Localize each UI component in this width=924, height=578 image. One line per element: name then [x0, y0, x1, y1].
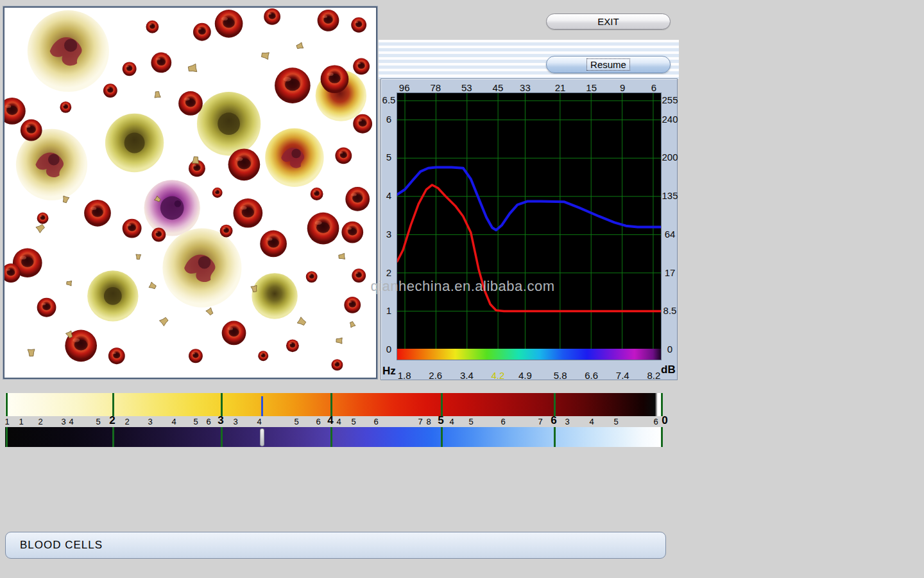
hz-label: Hz — [382, 365, 396, 378]
section-tick — [6, 427, 8, 447]
scale-number: 3 — [565, 417, 569, 427]
section-tick — [554, 427, 556, 447]
axis-tick-label: 3.4 — [460, 370, 474, 381]
axis-tick-label: 0 — [386, 344, 391, 355]
scale-number: 3 — [61, 417, 65, 427]
axis-tick-label: 6.5 — [382, 94, 396, 105]
axis-tick-label: 33 — [520, 82, 531, 93]
axis-tick-label: 4.2 — [491, 370, 504, 381]
scale-marker-top[interactable] — [261, 396, 263, 416]
section-tick — [330, 393, 332, 416]
scale-number: 5 — [613, 417, 618, 427]
scale-bar-warm — [5, 393, 663, 416]
axis-tick-label: 0 — [667, 344, 672, 355]
section-tick — [221, 393, 223, 416]
scale-number: 2 — [38, 417, 42, 427]
exit-button[interactable]: EXIT — [546, 13, 671, 30]
section-tick — [330, 427, 332, 447]
axis-tick-label: 7.4 — [616, 370, 629, 381]
scale-number: 0 — [662, 416, 667, 426]
section-tick — [554, 393, 556, 416]
axis-tick-label: 4 — [386, 190, 391, 201]
section-tick — [221, 427, 223, 447]
axis-tick-label: 53 — [461, 82, 472, 93]
scale-number: 5 — [96, 417, 100, 427]
scale-number: 7 — [538, 417, 542, 427]
exit-button-label: EXIT — [597, 16, 619, 27]
axis-tick-label: 9 — [620, 82, 625, 93]
axis-tick-label: 2.6 — [429, 370, 442, 381]
axis-tick-label: 15 — [586, 82, 597, 93]
scale-number: 4 — [336, 417, 341, 427]
axis-tick-label: 4.9 — [518, 370, 532, 381]
axis-tick-label: 240 — [662, 114, 678, 125]
scale-number: 1 — [19, 417, 23, 427]
scale-number: 3 — [148, 417, 152, 427]
scale-number: 5 — [351, 417, 355, 427]
frequency-scale: 1123452234563345644567854567634560 — [5, 393, 663, 448]
scale-number: 6 — [501, 417, 505, 427]
chart-panel: qianhechina.en.alibaba.com Hz dB 9678534… — [381, 78, 678, 380]
axis-tick-label: 6 — [386, 114, 391, 125]
section-tick — [661, 393, 663, 416]
blood-cells-image-panel — [3, 6, 377, 379]
scale-number: 8 — [426, 417, 431, 427]
scale-number: 6 — [206, 417, 210, 427]
blood-cells-image — [4, 8, 376, 378]
axis-tick-label: 6 — [651, 82, 656, 93]
chart-plot-area — [397, 92, 662, 360]
scale-number: 3 — [233, 417, 237, 427]
axis-tick-label: 64 — [665, 229, 676, 240]
scale-number: 5 — [193, 417, 198, 427]
axis-tick-label: 45 — [493, 82, 504, 93]
axis-tick-label: 1 — [386, 305, 391, 316]
status-label: BLOOD CELLS — [20, 539, 103, 552]
scale-number: 3 — [218, 416, 223, 426]
axis-tick-label: 96 — [399, 82, 410, 93]
scale-number: 4 — [449, 417, 454, 427]
scale-number: 4 — [257, 417, 261, 427]
spectrum-strip — [397, 349, 661, 360]
section-tick — [6, 393, 8, 416]
axis-tick-label: 21 — [555, 82, 566, 93]
scale-number: 6 — [551, 416, 556, 426]
db-label: dB — [661, 363, 676, 376]
scale-number: 4 — [589, 417, 594, 427]
scale-number: 2 — [109, 416, 115, 426]
axis-tick-label: 5 — [386, 152, 391, 162]
axis-tick-label: 200 — [662, 152, 678, 162]
scale-number: 2 — [124, 417, 129, 427]
scale-number: 5 — [294, 417, 298, 427]
resume-button[interactable]: Resume — [546, 56, 671, 73]
axis-tick-label: 6.6 — [585, 370, 598, 381]
section-tick — [112, 393, 114, 416]
axis-tick-label: 78 — [430, 82, 441, 93]
axis-tick-label: 2 — [386, 267, 391, 278]
resume-button-label: Resume — [586, 58, 630, 71]
chart-canvas — [397, 93, 661, 349]
scale-number: 6 — [316, 417, 320, 427]
axis-tick-label: 3 — [386, 229, 391, 240]
section-tick — [661, 427, 663, 447]
scale-number: 6 — [653, 417, 658, 427]
scale-number: 7 — [418, 417, 422, 427]
scale-number: 4 — [69, 417, 73, 427]
scale-number: 5 — [438, 416, 443, 426]
screen: EXIT Resume qianhechina.en.alibaba.com H… — [0, 0, 924, 578]
axis-tick-label: 8.5 — [663, 305, 677, 316]
axis-tick-label: 135 — [662, 190, 678, 201]
axis-tick-label: 255 — [662, 94, 678, 105]
axis-tick-label: 8.2 — [647, 370, 660, 381]
axis-tick-label: 1.8 — [398, 370, 411, 381]
section-tick — [441, 393, 443, 416]
scale-marker-handle[interactable] — [260, 428, 264, 446]
section-tick — [112, 427, 114, 447]
axis-tick-label: 17 — [665, 267, 676, 278]
status-bar: BLOOD CELLS — [5, 532, 666, 559]
section-tick — [441, 427, 443, 447]
scale-bar-cool — [5, 427, 663, 447]
scale-number: 6 — [373, 417, 378, 427]
scale-number: 4 — [327, 416, 333, 426]
scale-number: 1 — [4, 417, 9, 427]
axis-tick-label: 5.8 — [554, 370, 567, 381]
